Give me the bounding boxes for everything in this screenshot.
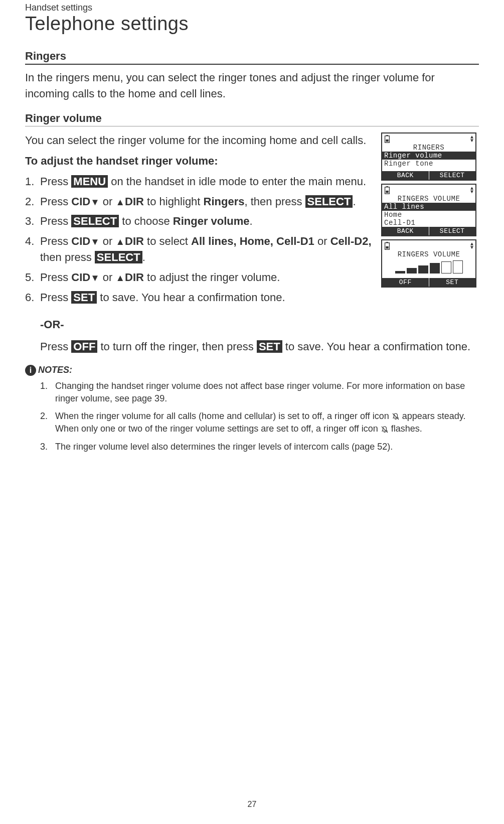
lcd-softkey-select: SELECT — [429, 171, 476, 180]
down-arrow-icon — [90, 235, 100, 247]
scroll-arrows-icon: ▲▼ — [470, 135, 473, 143]
select-key: SELECT — [95, 251, 142, 263]
volume-bars — [382, 258, 475, 274]
step-4: Press CID or DIR to select All lines, Ho… — [25, 233, 374, 265]
lcd-ringers: ▲▼ RINGERS Ringer volume Ringer tone BAC… — [381, 132, 476, 181]
set-key: SET — [71, 291, 97, 304]
svg-rect-8 — [386, 246, 388, 248]
note-1: Changing the handset ringer volume does … — [40, 380, 479, 405]
ringer-off-icon — [381, 426, 389, 434]
breadcrumb: Handset settings — [25, 3, 479, 13]
note-3: The ringer volume level also determines … — [40, 441, 479, 453]
svg-rect-5 — [386, 191, 388, 193]
down-arrow-icon — [90, 195, 100, 208]
note-2: When the ringer volume for all calls (ho… — [40, 410, 479, 435]
battery-icon — [384, 135, 390, 143]
divider — [25, 126, 479, 126]
step-5: Press CID or DIR to adjust the ringer vo… — [25, 269, 374, 286]
ringer-off-icon — [392, 413, 400, 421]
lcd-line: Cell-D1 — [382, 219, 475, 227]
ringers-intro: In the ringers menu, you can select the … — [25, 70, 479, 102]
page-title: Telephone settings — [25, 13, 479, 35]
steps-list: Press MENU on the handset in idle mode t… — [25, 174, 374, 306]
up-arrow-icon — [116, 271, 125, 284]
lcd-title: RINGERS VOLUME — [382, 250, 475, 258]
battery-icon — [384, 186, 390, 194]
adjust-heading: To adjust the handset ringer volume: — [25, 155, 374, 168]
down-arrow-icon — [90, 271, 100, 284]
lcd-line-selected: All lines — [382, 203, 475, 211]
lcd-ringers-volume: ▲▼ RINGERS VOLUME All lines Home Cell-D1… — [381, 184, 476, 236]
svg-rect-2 — [386, 140, 388, 142]
up-arrow-icon — [116, 195, 125, 208]
or-body: Press OFF to turn off the ringer, then p… — [40, 339, 479, 355]
off-key: OFF — [71, 340, 97, 353]
section-heading-ringer-volume: Ringer volume — [25, 112, 479, 125]
scroll-arrows-icon: ▲▼ — [470, 242, 473, 249]
up-arrow-icon — [116, 235, 125, 247]
step-6: Press SET to save. You hear a confirmati… — [25, 290, 374, 306]
notes-list: Changing the handset ringer volume does … — [25, 380, 479, 453]
lcd-line-selected: Ringer volume — [382, 152, 475, 160]
lcd-softkey-off: OFF — [382, 278, 429, 287]
step-2: Press CID or DIR to highlight Ringers, t… — [25, 194, 374, 210]
info-icon: i — [25, 365, 36, 376]
select-key: SELECT — [71, 215, 119, 227]
select-key: SELECT — [305, 195, 353, 208]
notes-heading: i NOTES: — [25, 365, 479, 376]
lcd-softkey-back: BACK — [382, 171, 429, 180]
section-heading-ringers: Ringers — [25, 50, 479, 63]
lcd-softkey-select: SELECT — [429, 227, 476, 235]
lcd-title: RINGERS — [382, 144, 475, 152]
or-label: -OR- — [40, 318, 479, 331]
divider — [25, 64, 479, 65]
step-3: Press SELECT to choose Ringer volume. — [25, 213, 374, 229]
scroll-arrows-icon: ▲▼ — [470, 187, 473, 194]
lcd-line: Home — [382, 211, 475, 219]
lcd-softkey-back: BACK — [382, 227, 429, 235]
battery-icon — [384, 242, 390, 250]
set-key: SET — [257, 340, 282, 353]
ringer-volume-intro: You can select the ringer volume for the… — [25, 132, 374, 149]
lcd-line: Ringer tone — [382, 160, 475, 168]
lcd-title: RINGERS VOLUME — [382, 195, 475, 203]
lcd-softkey-set: SET — [429, 278, 476, 287]
lcd-volume-bars: ▲▼ RINGERS VOLUME OFF SET — [381, 239, 476, 288]
menu-key: MENU — [71, 175, 108, 188]
step-1: Press MENU on the handset in idle mode t… — [25, 174, 374, 190]
